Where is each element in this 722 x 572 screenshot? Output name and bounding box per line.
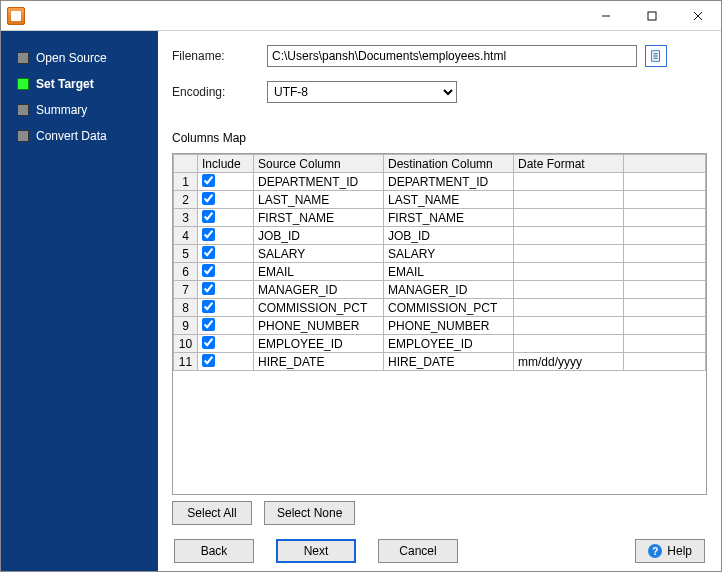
- help-button[interactable]: ? Help: [635, 539, 705, 563]
- cancel-button[interactable]: Cancel: [378, 539, 458, 563]
- source-column-cell[interactable]: LAST_NAME: [254, 191, 384, 209]
- source-column-cell[interactable]: EMAIL: [254, 263, 384, 281]
- table-row[interactable]: 3FIRST_NAMEFIRST_NAME: [174, 209, 706, 227]
- destination-column-cell[interactable]: FIRST_NAME: [384, 209, 514, 227]
- table-row[interactable]: 4JOB_IDJOB_ID: [174, 227, 706, 245]
- sidebar-item-label: Convert Data: [36, 129, 107, 143]
- maximize-button[interactable]: [629, 1, 675, 30]
- encoding-select[interactable]: UTF-8: [267, 81, 457, 103]
- include-cell: [198, 263, 254, 281]
- sidebar-item-set-target[interactable]: Set Target: [1, 71, 158, 97]
- source-column-cell[interactable]: EMPLOYEE_ID: [254, 335, 384, 353]
- destination-column-cell[interactable]: JOB_ID: [384, 227, 514, 245]
- table-row[interactable]: 9PHONE_NUMBERPHONE_NUMBER: [174, 317, 706, 335]
- padding-cell: [624, 209, 706, 227]
- include-checkbox[interactable]: [202, 210, 215, 223]
- table-row[interactable]: 6EMAILEMAIL: [174, 263, 706, 281]
- row-number: 3: [174, 209, 198, 227]
- destination-column-cell[interactable]: PHONE_NUMBER: [384, 317, 514, 335]
- help-label: Help: [667, 544, 692, 558]
- include-checkbox[interactable]: [202, 192, 215, 205]
- include-checkbox[interactable]: [202, 228, 215, 241]
- filename-input[interactable]: [267, 45, 637, 67]
- table-row[interactable]: 5SALARYSALARY: [174, 245, 706, 263]
- columns-map-label: Columns Map: [172, 131, 707, 145]
- table-row[interactable]: 11HIRE_DATEHIRE_DATEmm/dd/yyyy: [174, 353, 706, 371]
- grid-header-dest[interactable]: Destination Column: [384, 155, 514, 173]
- destination-column-cell[interactable]: DEPARTMENT_ID: [384, 173, 514, 191]
- step-marker-icon: [17, 130, 29, 142]
- help-icon: ?: [648, 544, 662, 558]
- include-checkbox[interactable]: [202, 174, 215, 187]
- date-format-cell[interactable]: [514, 209, 624, 227]
- date-format-cell[interactable]: [514, 317, 624, 335]
- select-all-button[interactable]: Select All: [172, 501, 252, 525]
- grid-header-format[interactable]: Date Format: [514, 155, 624, 173]
- source-column-cell[interactable]: DEPARTMENT_ID: [254, 173, 384, 191]
- minimize-button[interactable]: [583, 1, 629, 30]
- sidebar-item-open-source[interactable]: Open Source: [1, 45, 158, 71]
- padding-cell: [624, 191, 706, 209]
- date-format-cell[interactable]: [514, 227, 624, 245]
- row-number: 10: [174, 335, 198, 353]
- source-column-cell[interactable]: SALARY: [254, 245, 384, 263]
- padding-cell: [624, 335, 706, 353]
- include-checkbox[interactable]: [202, 318, 215, 331]
- padding-cell: [624, 173, 706, 191]
- destination-column-cell[interactable]: HIRE_DATE: [384, 353, 514, 371]
- date-format-cell[interactable]: [514, 173, 624, 191]
- table-row[interactable]: 2LAST_NAMELAST_NAME: [174, 191, 706, 209]
- source-column-cell[interactable]: PHONE_NUMBER: [254, 317, 384, 335]
- include-cell: [198, 281, 254, 299]
- table-row[interactable]: 8COMMISSION_PCTCOMMISSION_PCT: [174, 299, 706, 317]
- encoding-label: Encoding:: [172, 85, 267, 99]
- include-checkbox[interactable]: [202, 300, 215, 313]
- row-number: 8: [174, 299, 198, 317]
- include-checkbox[interactable]: [202, 282, 215, 295]
- table-row[interactable]: 1DEPARTMENT_IDDEPARTMENT_ID: [174, 173, 706, 191]
- table-row[interactable]: 10EMPLOYEE_IDEMPLOYEE_ID: [174, 335, 706, 353]
- date-format-cell[interactable]: [514, 335, 624, 353]
- columns-map-grid[interactable]: Include Source Column Destination Column…: [172, 153, 707, 495]
- source-column-cell[interactable]: FIRST_NAME: [254, 209, 384, 227]
- padding-cell: [624, 245, 706, 263]
- next-button[interactable]: Next: [276, 539, 356, 563]
- sidebar-item-convert-data[interactable]: Convert Data: [1, 123, 158, 149]
- back-button[interactable]: Back: [174, 539, 254, 563]
- grid-header-include[interactable]: Include: [198, 155, 254, 173]
- grid-header-source[interactable]: Source Column: [254, 155, 384, 173]
- step-marker-icon: [17, 78, 29, 90]
- include-checkbox[interactable]: [202, 336, 215, 349]
- source-column-cell[interactable]: COMMISSION_PCT: [254, 299, 384, 317]
- date-format-cell[interactable]: [514, 191, 624, 209]
- main-panel: Filename: Encoding: UTF-8: [158, 31, 721, 571]
- date-format-cell[interactable]: [514, 299, 624, 317]
- close-button[interactable]: [675, 1, 721, 30]
- include-checkbox[interactable]: [202, 354, 215, 367]
- svg-rect-4: [652, 51, 660, 62]
- destination-column-cell[interactable]: EMAIL: [384, 263, 514, 281]
- destination-column-cell[interactable]: LAST_NAME: [384, 191, 514, 209]
- destination-column-cell[interactable]: COMMISSION_PCT: [384, 299, 514, 317]
- date-format-cell[interactable]: [514, 281, 624, 299]
- date-format-cell[interactable]: [514, 263, 624, 281]
- source-column-cell[interactable]: HIRE_DATE: [254, 353, 384, 371]
- row-number: 1: [174, 173, 198, 191]
- sidebar-item-label: Set Target: [36, 77, 94, 91]
- destination-column-cell[interactable]: MANAGER_ID: [384, 281, 514, 299]
- source-column-cell[interactable]: JOB_ID: [254, 227, 384, 245]
- row-number: 6: [174, 263, 198, 281]
- include-checkbox[interactable]: [202, 246, 215, 259]
- date-format-cell[interactable]: mm/dd/yyyy: [514, 353, 624, 371]
- sidebar-item-summary[interactable]: Summary: [1, 97, 158, 123]
- select-none-button[interactable]: Select None: [264, 501, 355, 525]
- date-format-cell[interactable]: [514, 245, 624, 263]
- padding-cell: [624, 299, 706, 317]
- destination-column-cell[interactable]: SALARY: [384, 245, 514, 263]
- padding-cell: [624, 317, 706, 335]
- table-row[interactable]: 7MANAGER_IDMANAGER_ID: [174, 281, 706, 299]
- include-checkbox[interactable]: [202, 264, 215, 277]
- destination-column-cell[interactable]: EMPLOYEE_ID: [384, 335, 514, 353]
- source-column-cell[interactable]: MANAGER_ID: [254, 281, 384, 299]
- browse-button[interactable]: [645, 45, 667, 67]
